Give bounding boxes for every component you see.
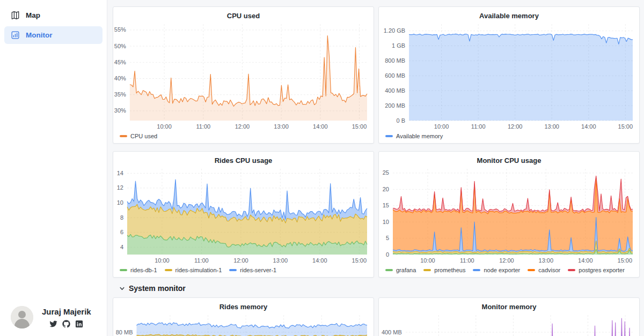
svg-text:5: 5 <box>386 235 389 241</box>
svg-text:15: 15 <box>383 202 389 208</box>
svg-text:40%: 40% <box>114 75 126 81</box>
panel-title: CPU used <box>113 12 374 20</box>
svg-text:11:00: 11:00 <box>460 257 474 264</box>
svg-text:1.20 GB: 1.20 GB <box>384 27 405 34</box>
svg-text:13:00: 13:00 <box>544 123 559 130</box>
svg-text:35%: 35% <box>114 91 126 98</box>
svg-text:50%: 50% <box>114 43 126 49</box>
panel-grid-bottom: Rides memory 80 MB10:0011:0012:0013:0014… <box>113 297 640 336</box>
section-title: System monitor <box>129 284 186 293</box>
svg-text:12:00: 12:00 <box>508 123 523 130</box>
svg-text:0: 0 <box>386 251 389 258</box>
svg-text:4: 4 <box>120 244 123 250</box>
svg-text:14: 14 <box>117 170 123 176</box>
svg-text:10:00: 10:00 <box>157 123 172 130</box>
svg-text:1 GB: 1 GB <box>392 42 405 49</box>
svg-text:400 MB: 400 MB <box>382 329 402 335</box>
panel-title: Rides CPU usage <box>113 156 374 165</box>
panel-title: Monitor CPU usage <box>379 156 639 165</box>
svg-text:800 MB: 800 MB <box>385 57 405 64</box>
rides-memory-chart[interactable]: 80 MB10:0011:0012:0013:0014:0015:00 <box>113 314 374 336</box>
panel-grid-top: CPU used 30%35%40%45%50%55%10:0011:0012:… <box>113 6 640 278</box>
panel-available-memory: Available memory 0 B200 MB400 MB600 MB80… <box>378 6 640 144</box>
system-monitor-section-toggle[interactable]: System monitor <box>119 284 640 293</box>
monitor-memory-chart[interactable]: 400 MB10:0011:0012:0013:0014:0015:00 <box>379 314 639 336</box>
svg-text:14:00: 14:00 <box>312 257 327 264</box>
svg-text:15:00: 15:00 <box>618 257 633 264</box>
svg-text:10:00: 10:00 <box>155 257 170 264</box>
panel-cpu-used: CPU used 30%35%40%45%50%55%10:0011:0012:… <box>113 6 374 144</box>
svg-text:25: 25 <box>383 169 389 176</box>
svg-text:11:00: 11:00 <box>471 123 486 130</box>
svg-text:12: 12 <box>117 184 123 191</box>
legend-item-grafana[interactable]: grafana <box>385 267 416 273</box>
linkedin-icon[interactable] <box>75 320 83 328</box>
map-icon <box>11 11 20 20</box>
svg-text:0 B: 0 B <box>397 117 406 124</box>
chart-legend: CPU used <box>113 132 374 139</box>
monitor-chart-icon <box>11 31 20 40</box>
legend-item-node-exporter[interactable]: node exporter <box>473 267 520 273</box>
sidebar-nav: Map Monitor <box>0 0 107 53</box>
panel-title: Rides memory <box>113 303 374 311</box>
dashboard-main: CPU used 30%35%40%45%50%55%10:0011:0012:… <box>107 0 644 336</box>
svg-text:12:00: 12:00 <box>499 257 514 264</box>
sidebar-item-monitor[interactable]: Monitor <box>4 26 103 44</box>
svg-text:14:00: 14:00 <box>578 257 593 264</box>
profile: Juraj Majerik <box>0 306 107 328</box>
panel-rides-cpu-usage: Rides CPU usage 46810121410:0011:0012:00… <box>113 151 374 278</box>
svg-text:45%: 45% <box>114 59 126 65</box>
legend-item-cadvisor[interactable]: cadvisor <box>528 267 560 273</box>
svg-text:10: 10 <box>383 219 389 225</box>
svg-text:13:00: 13:00 <box>274 123 289 130</box>
panel-title: Available memory <box>379 12 639 20</box>
panel-monitor-cpu-usage: Monitor CPU usage 051015202510:0011:0012… <box>378 151 640 278</box>
svg-text:15:00: 15:00 <box>618 123 633 130</box>
panel-rides-memory: Rides memory 80 MB10:0011:0012:0013:0014… <box>113 297 374 336</box>
chart-legend: Available memory <box>379 132 639 139</box>
sidebar: Map Monitor Juraj Majerik <box>0 0 107 336</box>
legend-item-Available-memory[interactable]: Available memory <box>385 133 443 139</box>
svg-text:13:00: 13:00 <box>539 257 554 264</box>
chart-legend: grafanaprometheusnode exportercadvisorpo… <box>379 266 639 273</box>
panel-title: Monitor memory <box>379 303 639 311</box>
svg-text:600 MB: 600 MB <box>385 72 405 79</box>
social-links <box>42 320 91 328</box>
svg-text:80 MB: 80 MB <box>116 329 133 335</box>
svg-text:14:00: 14:00 <box>581 123 596 130</box>
legend-item-prometheus[interactable]: prometheus <box>423 267 465 273</box>
svg-text:200 MB: 200 MB <box>385 102 405 109</box>
monitor-cpu-usage-chart[interactable]: 051015202510:0011:0012:0013:0014:0015:00 <box>379 168 639 266</box>
sidebar-item-map[interactable]: Map <box>4 6 103 24</box>
svg-text:6: 6 <box>120 229 123 235</box>
legend-item-CPU-used[interactable]: CPU used <box>120 133 157 139</box>
svg-text:15:00: 15:00 <box>352 257 367 264</box>
sidebar-item-label: Map <box>26 11 40 19</box>
svg-text:55%: 55% <box>114 26 126 33</box>
rides-cpu-usage-chart[interactable]: 46810121410:0011:0012:0013:0014:0015:00 <box>113 168 374 266</box>
legend-item-rides-db-1[interactable]: rides-db-1 <box>120 267 157 273</box>
svg-text:14:00: 14:00 <box>313 123 328 130</box>
legend-item-rides-server-1[interactable]: rides-server-1 <box>229 267 276 273</box>
svg-text:12:00: 12:00 <box>235 123 250 130</box>
svg-text:30%: 30% <box>114 107 126 114</box>
legend-item-postgres-exporter[interactable]: postgres exporter <box>568 267 625 273</box>
legend-item-rides-simulation-1[interactable]: rides-simulation-1 <box>165 267 222 273</box>
svg-text:10:00: 10:00 <box>434 123 449 130</box>
svg-text:10:00: 10:00 <box>420 257 435 264</box>
sidebar-item-label: Monitor <box>26 31 53 39</box>
svg-text:400 MB: 400 MB <box>385 87 405 94</box>
chart-legend: rides-db-1rides-simulation-1rides-server… <box>113 266 374 273</box>
cpu-used-chart[interactable]: 30%35%40%45%50%55%10:0011:0012:0013:0014… <box>113 23 374 132</box>
panel-monitor-memory: Monitor memory 400 MB10:0011:0012:0013:0… <box>378 297 640 336</box>
svg-text:12:00: 12:00 <box>233 257 248 264</box>
svg-text:15:00: 15:00 <box>352 123 367 130</box>
chevron-down-icon <box>119 286 125 292</box>
twitter-icon[interactable] <box>49 320 57 328</box>
svg-text:8: 8 <box>120 214 123 221</box>
svg-text:10: 10 <box>117 199 123 206</box>
profile-name: Juraj Majerik <box>42 307 91 316</box>
available-memory-chart[interactable]: 0 B200 MB400 MB600 MB800 MB1 GB1.20 GB10… <box>379 23 639 132</box>
monitor-dashboard: Map Monitor Juraj Majerik <box>0 0 644 336</box>
github-icon[interactable] <box>62 320 70 328</box>
